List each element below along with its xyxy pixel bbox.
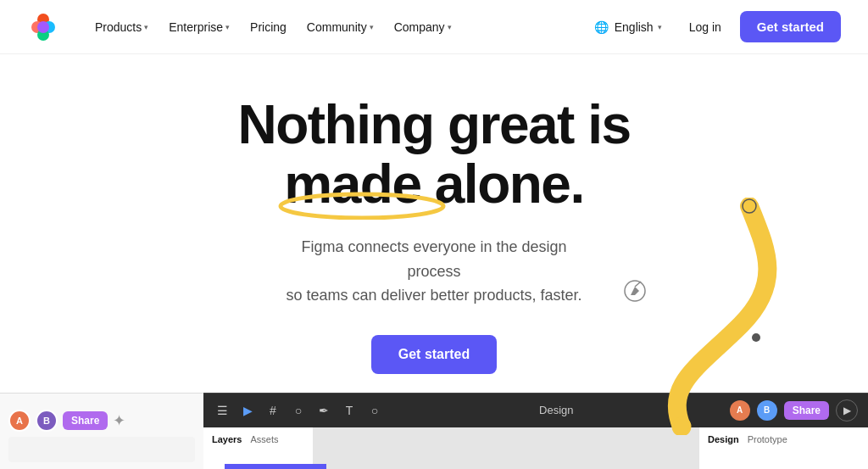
enterprise-caret: ▾ (225, 23, 230, 31)
text-icon[interactable]: T (341, 402, 358, 419)
figma-toolbar: ☰ ▶ # ○ ✒ T ○ Design A B Share ▶ (203, 394, 868, 427)
avatar-2: B (36, 410, 58, 432)
language-selector[interactable]: 🌐 English ▾ (586, 15, 670, 39)
globe-icon: 🌐 (594, 20, 609, 34)
nav-pricing[interactable]: Pricing (242, 15, 295, 39)
tab-design[interactable]: Design (708, 434, 739, 462)
tab-prototype[interactable]: Prototype (748, 434, 787, 462)
avatar-1: A (8, 410, 31, 432)
tab-layers[interactable]: Layers (212, 434, 242, 462)
word-made: made (284, 154, 420, 214)
hamburger-icon[interactable]: ☰ (214, 402, 231, 419)
nav-products[interactable]: Products ▾ (86, 15, 157, 39)
nav-right: 🌐 English ▾ Log in Get started (586, 11, 841, 42)
panel-left: Layers Assets (203, 427, 314, 469)
figma-panels: Layers Assets Design Prototype (203, 427, 868, 469)
get-started-nav-button[interactable]: Get started (740, 11, 841, 42)
mockup-area: A B Share ✦ ☰ ▶ # ○ ✒ T ○ Design A B Sha… (0, 393, 868, 469)
nav-company[interactable]: Company ▾ (386, 15, 460, 39)
share-button-toolbar[interactable]: Share (784, 401, 829, 420)
toolbar-design-label: Design (392, 404, 721, 416)
share-button-left[interactable]: Share (63, 411, 108, 430)
mockup-left-panel: A B Share ✦ (0, 393, 203, 469)
cursor-icon: ✦ (113, 411, 125, 430)
play-button-toolbar[interactable]: ▶ (836, 399, 858, 422)
products-caret: ▾ (144, 23, 148, 31)
company-caret: ▾ (448, 23, 452, 31)
toolbar-avatar-2: B (757, 400, 777, 421)
nav-community[interactable]: Community ▾ (298, 15, 382, 39)
avatar-group: A B Share ✦ (8, 410, 195, 432)
panel-right: Design Prototype (698, 427, 868, 469)
panel-canvas (314, 427, 698, 469)
toolbar-right: A B Share ▶ (730, 399, 858, 422)
select-icon[interactable]: ▶ (239, 402, 256, 419)
figma-ui-mockup: ☰ ▶ # ○ ✒ T ○ Design A B Share ▶ Layers … (203, 393, 868, 469)
community-caret: ▾ (370, 23, 374, 31)
pen-icon[interactable]: ✒ (315, 402, 332, 419)
figma-logo[interactable] (27, 11, 59, 43)
toolbar-avatar-1: A (730, 400, 750, 421)
hero-title: Nothing great is made alone. (237, 95, 630, 215)
shape-icon[interactable]: ○ (290, 402, 307, 419)
highlight-bar (225, 464, 326, 469)
hero-subtitle: Figma connects everyone in the design pr… (273, 235, 595, 308)
nav-links: Products ▾ Enterprise ▾ Pricing Communit… (86, 15, 586, 39)
tab-assets[interactable]: Assets (250, 434, 278, 462)
lang-caret: ▾ (658, 23, 662, 31)
login-button[interactable]: Log in (677, 15, 733, 39)
hero-section: Nothing great is made alone. Figma conne… (0, 54, 868, 408)
frame-icon[interactable]: # (264, 402, 281, 419)
comment-icon[interactable]: ○ (366, 402, 383, 419)
nav-enterprise[interactable]: Enterprise ▾ (160, 15, 238, 39)
navbar: Products ▾ Enterprise ▾ Pricing Communit… (0, 0, 868, 54)
get-started-hero-button[interactable]: Get started (371, 335, 497, 374)
svg-point-5 (37, 21, 49, 33)
